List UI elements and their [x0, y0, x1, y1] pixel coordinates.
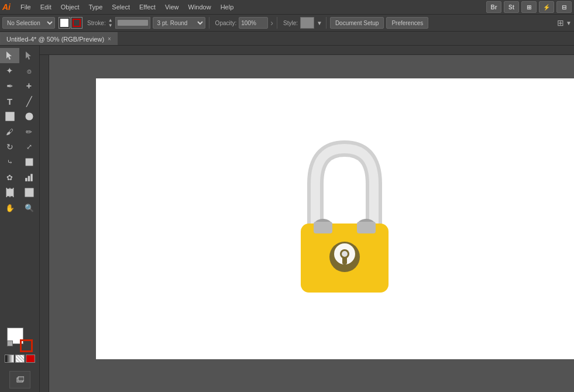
ellipse-tool[interactable]: [19, 109, 39, 124]
layers-icon[interactable]: [9, 371, 30, 388]
none-icon[interactable]: [15, 355, 25, 363]
fill-stroke-area: [59, 17, 83, 29]
toolbar: No Selection Stroke: ▲ ▼ 3 pt. Round Opa…: [0, 14, 574, 32]
scale-tool[interactable]: ⤢: [19, 139, 39, 154]
slice-tool[interactable]: [19, 185, 39, 200]
menu-effect[interactable]: Effect: [135, 2, 160, 12]
tool-row-10: ✋ 🔍: [0, 200, 39, 215]
toolbox: ✦ ⌾ ✒ + T ╱ 🖌 ✏ ↻ ⤢ ⤷: [0, 46, 40, 392]
style-swatch[interactable]: [300, 17, 314, 29]
tab-close-button[interactable]: ×: [108, 36, 111, 42]
document-setup-button[interactable]: Document Setup: [330, 17, 384, 29]
tool-row-3: T ╱: [0, 94, 39, 109]
lock-svg: [283, 137, 406, 301]
color-icon[interactable]: [26, 355, 35, 363]
arrange-icon[interactable]: ⊟: [556, 1, 572, 13]
free-transform-tool[interactable]: [19, 154, 39, 170]
stroke-color-swatch[interactable]: [20, 339, 33, 352]
kuler-icon[interactable]: ⚡: [539, 1, 554, 13]
gradient-icon[interactable]: [5, 355, 14, 363]
tool-row-9: [0, 185, 39, 200]
menu-window[interactable]: Window: [184, 2, 215, 12]
svg-rect-8: [30, 174, 32, 181]
canvas-area: [40, 46, 574, 392]
selection-dropdown[interactable]: No Selection: [2, 17, 55, 29]
style-label: Style:: [283, 20, 298, 26]
type-tool[interactable]: T: [0, 94, 19, 109]
stroke-arrows: ▲ ▼: [108, 18, 113, 28]
stroke-controls: ▲ ▼: [108, 18, 113, 28]
lock-icon-illustration: [283, 137, 406, 301]
toolbar-overflow[interactable]: ▼: [566, 20, 572, 26]
opacity-label: Opacity:: [215, 20, 237, 26]
svg-marker-0: [6, 51, 12, 60]
stock-icon[interactable]: St: [504, 1, 519, 13]
lasso-tool[interactable]: ⌾: [19, 63, 39, 78]
menu-type[interactable]: Type: [85, 2, 107, 12]
svg-rect-9: [6, 189, 13, 195]
rect-tool[interactable]: [0, 109, 19, 124]
zoom-tool[interactable]: 🔍: [19, 200, 39, 215]
swap-colors-icon[interactable]: [7, 341, 13, 346]
divider-3: [326, 17, 326, 29]
opacity-input[interactable]: [239, 17, 268, 29]
pen-tool[interactable]: ✒: [0, 78, 19, 94]
stroke-swatch[interactable]: [71, 17, 83, 29]
rotate-tool[interactable]: ↻: [0, 139, 19, 154]
color-mode-row: [5, 355, 35, 363]
app-logo: Ai: [2, 2, 11, 12]
menu-file[interactable]: File: [16, 2, 35, 12]
layout-icon[interactable]: ⊞: [521, 1, 537, 13]
anchor-tool[interactable]: +: [19, 78, 39, 94]
fill-swatch[interactable]: [59, 17, 70, 29]
tool-row-0: [0, 48, 39, 63]
direct-selection-tool[interactable]: [19, 48, 39, 63]
tool-row-5: 🖌 ✏: [0, 124, 39, 139]
hand-tool[interactable]: ✋: [0, 200, 19, 215]
svg-rect-20: [18, 377, 24, 381]
svg-rect-2: [6, 112, 14, 121]
svg-rect-30: [357, 222, 376, 233]
menu-object[interactable]: Object: [57, 2, 84, 12]
tool-row-7: ⤷: [0, 154, 39, 170]
ruler-left: [40, 55, 49, 392]
menu-select[interactable]: Select: [108, 2, 134, 12]
opacity-arrow[interactable]: ›: [270, 18, 273, 27]
svg-point-3: [26, 113, 32, 119]
menu-edit[interactable]: Edit: [36, 2, 56, 12]
symbol-sprayer-tool[interactable]: ✿: [0, 170, 19, 185]
bridge-icon[interactable]: Br: [486, 1, 501, 13]
selection-tool[interactable]: [0, 48, 19, 63]
color-section: [0, 325, 39, 365]
tool-row-6: ↻ ⤢: [0, 139, 39, 154]
canvas-scroll-area[interactable]: [49, 55, 574, 392]
stroke-down-arrow[interactable]: ▼: [108, 23, 113, 28]
stroke-up-arrow[interactable]: ▲: [108, 18, 113, 23]
preferences-button[interactable]: Preferences: [386, 17, 428, 29]
stroke-weight-select[interactable]: 3 pt. Round: [153, 17, 205, 29]
app-switcher: Br St ⊞ ⚡ ⊟: [486, 1, 572, 13]
pencil-tool[interactable]: ✏: [19, 124, 39, 139]
menu-help[interactable]: Help: [216, 2, 238, 12]
tool-row-1: ✦ ⌾: [0, 63, 39, 78]
document-tab[interactable]: Untitled-4* @ 50% (RGB/Preview) ×: [0, 32, 118, 45]
style-dropdown-arrow[interactable]: ▼: [317, 20, 322, 26]
brush-tool[interactable]: 🖌: [0, 124, 19, 139]
svg-rect-7: [28, 176, 29, 181]
magic-wand-tool[interactable]: ✦: [0, 63, 19, 78]
svg-rect-6: [25, 178, 27, 181]
ruler-top: [40, 46, 574, 55]
tab-title: Untitled-4* @ 50% (RGB/Preview): [6, 36, 104, 43]
main-layout: ✦ ⌾ ✒ + T ╱ 🖌 ✏ ↻ ⤢ ⤷: [0, 46, 574, 392]
artboard-tool[interactable]: [0, 185, 19, 200]
arrange-icon[interactable]: ⊞: [557, 18, 564, 27]
divider-2: [277, 17, 277, 29]
warp-tool[interactable]: ⤷: [0, 154, 19, 170]
line-tool[interactable]: ╱: [19, 94, 39, 109]
divider-1: [209, 17, 209, 29]
graph-tool[interactable]: [19, 170, 39, 185]
tool-row-4: [0, 109, 39, 124]
svg-marker-1: [26, 51, 31, 60]
menu-view[interactable]: View: [161, 2, 183, 12]
svg-point-28: [342, 251, 348, 257]
